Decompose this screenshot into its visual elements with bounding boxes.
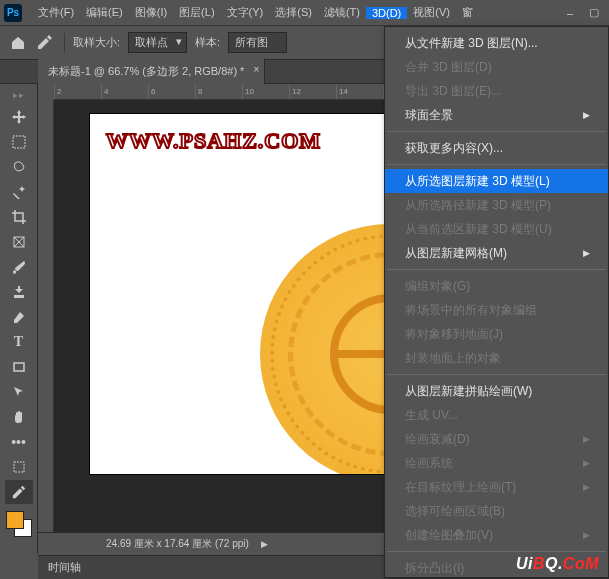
menu-window[interactable]: 窗 (456, 5, 479, 20)
app-logo: Ps (4, 4, 22, 22)
timeline-label: 时间轴 (48, 560, 81, 575)
menu-item-label: 将对象移到地面(J) (405, 326, 503, 342)
submenu-arrow-icon: ▶ (583, 455, 590, 471)
submenu-arrow-icon: ▶ (583, 431, 590, 447)
document-tab-title: 未标题-1 @ 66.7% (多边形 2, RGB/8#) * (48, 65, 244, 77)
menu-item-label: 将场景中的所有对象编组 (405, 302, 537, 318)
footer-watermark: UiBQ.CoM (516, 555, 599, 573)
submenu-arrow-icon: ▶ (583, 479, 590, 495)
path-select-tool[interactable] (5, 380, 33, 404)
eyedropper-tool[interactable] (5, 480, 33, 504)
menu-edit[interactable]: 编辑(E) (80, 5, 129, 20)
hand-tool[interactable] (5, 405, 33, 429)
clone-stamp-tool[interactable] (5, 280, 33, 304)
home-icon[interactable] (8, 33, 28, 53)
3d-menu-dropdown: 从文件新建 3D 图层(N)...合并 3D 图层(D)导出 3D 图层(E).… (384, 26, 609, 578)
document-dimensions: 24.69 厘米 x 17.64 厘米 (72 ppi) (98, 537, 257, 551)
menu-item-label: 编组对象(G) (405, 278, 470, 294)
menu-item-label: 封装地面上的对象 (405, 350, 501, 366)
frame-tool[interactable] (5, 230, 33, 254)
menu-item[interactable]: 从文件新建 3D 图层(N)... (385, 31, 608, 55)
sample-size-label: 取样大小: (73, 35, 120, 50)
submenu-arrow-icon: ▶ (583, 245, 590, 261)
tools-panel: ▸▸ T ••• (0, 84, 38, 554)
menu-separator (387, 374, 606, 375)
crop-tool[interactable] (5, 205, 33, 229)
menu-item[interactable]: 从图层新建拼贴绘画(W) (385, 379, 608, 403)
menu-item[interactable]: 球面全景▶ (385, 103, 608, 127)
marquee-tool[interactable] (5, 130, 33, 154)
menu-item-label: 合并 3D 图层(D) (405, 59, 492, 75)
menu-layer[interactable]: 图层(L) (173, 5, 220, 20)
close-tab-icon[interactable]: × (254, 64, 260, 75)
menu-item: 在目标纹理上绘画(T)▶ (385, 475, 608, 499)
sample-label: 样本: (195, 35, 220, 50)
submenu-arrow-icon: ▶ (583, 107, 590, 123)
menu-view[interactable]: 视图(V) (407, 5, 456, 20)
brush-tool[interactable] (5, 255, 33, 279)
panel-grip[interactable]: ▸▸ (13, 90, 25, 100)
menu-item: 导出 3D 图层(E)... (385, 79, 608, 103)
menu-item: 将场景中的所有对象编组 (385, 298, 608, 322)
menu-item-label: 球面全景 (405, 107, 453, 123)
minimize-button[interactable]: – (559, 4, 581, 22)
type-tool[interactable]: T (5, 330, 33, 354)
lasso-tool[interactable] (5, 155, 33, 179)
menu-select[interactable]: 选择(S) (269, 5, 318, 20)
menu-separator (387, 551, 606, 552)
menu-item: 合并 3D 图层(D) (385, 55, 608, 79)
submenu-arrow-icon: ▶ (583, 527, 590, 543)
eraser-tool[interactable] (5, 305, 33, 329)
rectangle-tool[interactable] (5, 355, 33, 379)
vertical-ruler[interactable] (38, 100, 54, 554)
magic-wand-tool[interactable] (5, 180, 33, 204)
menu-item: 绘画衰减(D)▶ (385, 427, 608, 451)
menu-item: 封装地面上的对象 (385, 346, 608, 370)
menu-item: 从当前选区新建 3D 模型(U) (385, 217, 608, 241)
menu-file[interactable]: 文件(F) (32, 5, 80, 20)
color-swatches[interactable] (6, 511, 32, 537)
move-tool[interactable] (5, 105, 33, 129)
menu-item-label: 从图层新建拼贴绘画(W) (405, 383, 532, 399)
dots-tool[interactable]: ••• (5, 430, 33, 454)
menu-item-label: 选择可绘画区域(B) (405, 503, 505, 519)
menu-item: 创建绘图叠加(V)▶ (385, 523, 608, 547)
menu-item[interactable]: 获取更多内容(X)... (385, 136, 608, 160)
menu-item: 从所选路径新建 3D 模型(P) (385, 193, 608, 217)
edit-toolbar[interactable] (5, 455, 33, 479)
menu-item-label: 从当前选区新建 3D 模型(U) (405, 221, 552, 237)
menu-separator (387, 269, 606, 270)
menu-item: 生成 UV... (385, 403, 608, 427)
menu-item: 将对象移到地面(J) (385, 322, 608, 346)
menu-item-label: 在目标纹理上绘画(T) (405, 479, 516, 495)
menu-item-label: 从图层新建网格(M) (405, 245, 507, 261)
status-menu-arrow[interactable]: ▶ (261, 539, 268, 549)
maximize-button[interactable]: ▢ (583, 4, 605, 22)
eyedropper-tool-icon[interactable] (36, 33, 56, 53)
menu-item-label: 绘画衰减(D) (405, 431, 470, 447)
document-tab[interactable]: 未标题-1 @ 66.7% (多边形 2, RGB/8#) * × (38, 59, 265, 84)
window-controls: – ▢ (559, 4, 609, 22)
ruler-origin[interactable] (38, 84, 54, 100)
menu-separator (387, 131, 606, 132)
watermark-text: WWW.PSAHZ.COM (106, 128, 321, 154)
menu-image[interactable]: 图像(I) (129, 5, 173, 20)
menu-item-label: 导出 3D 图层(E)... (405, 83, 501, 99)
foreground-color-swatch[interactable] (6, 511, 24, 529)
menu-item-label: 创建绘图叠加(V) (405, 527, 493, 543)
separator (64, 33, 65, 53)
menu-3d[interactable]: 3D(D) (366, 7, 407, 19)
menu-item: 编组对象(G) (385, 274, 608, 298)
menu-item-label: 获取更多内容(X)... (405, 140, 503, 156)
svg-rect-0 (13, 136, 25, 148)
menubar: Ps 文件(F) 编辑(E) 图像(I) 图层(L) 文字(Y) 选择(S) 滤… (0, 0, 609, 26)
menu-item[interactable]: 从图层新建网格(M)▶ (385, 241, 608, 265)
sample-select[interactable]: 所有图 (228, 32, 287, 53)
menu-separator (387, 164, 606, 165)
menu-type[interactable]: 文字(Y) (221, 5, 270, 20)
menu-filter[interactable]: 滤镜(T) (318, 5, 366, 20)
menu-item-label: 生成 UV... (405, 407, 458, 423)
menu-item[interactable]: 从所选图层新建 3D 模型(L) (385, 169, 608, 193)
sample-size-select[interactable]: 取样点 ▾ (128, 32, 187, 53)
document-canvas[interactable]: WWW.PSAHZ.COM (90, 114, 430, 474)
